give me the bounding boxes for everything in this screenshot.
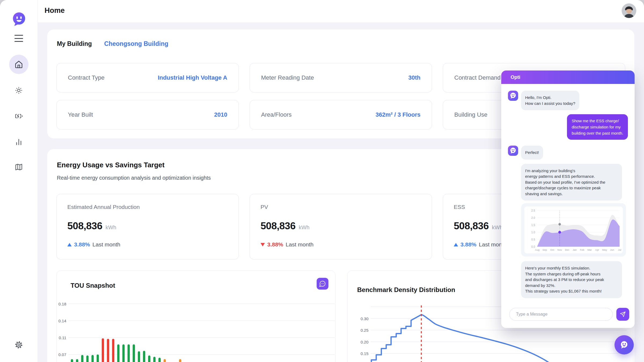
opti-avatar-icon: [508, 146, 518, 156]
energy-section-subtitle: Real-time energy consumption analysis an…: [57, 175, 211, 181]
svg-text:Mar: Mar: [587, 248, 592, 251]
gear-icon: [14, 341, 23, 349]
svg-text:0.25: 0.25: [361, 328, 368, 333]
info-label: Building Use: [454, 111, 488, 118]
tou-chart-title: TOU Snapshot: [71, 282, 115, 289]
info-card-area-floors: Area/Floors 362m² / 3 Floors: [250, 100, 432, 130]
sidebar-item-stats[interactable]: [9, 132, 28, 152]
info-value: 30th: [408, 74, 420, 81]
info-label: Area/Floors: [261, 111, 292, 118]
chat-message-user: Show me the ESS charge/ discharge simula…: [508, 114, 628, 140]
sidebar: [0, 0, 38, 362]
kpi-label: PV: [261, 204, 268, 210]
page-title: Home: [45, 6, 65, 15]
svg-text:Jan: Jan: [573, 248, 577, 251]
chat-message-bot: Hello, I'm Opti. How can I assist you to…: [508, 91, 628, 110]
svg-text:0.18: 0.18: [58, 302, 66, 306]
benchmark-chart-title: Benchmark Density Distribution: [357, 286, 455, 294]
home-icon: [14, 60, 23, 69]
ask-opti-button[interactable]: [317, 278, 328, 290]
svg-text:2.0: 2.0: [531, 216, 535, 219]
kpi-card-pv: PV 508,836kWh 3.88%Last month: [250, 194, 432, 260]
delta-arrow-icon: [67, 243, 72, 246]
sidebar-item-home[interactable]: [9, 55, 28, 74]
ess-simulation-chart-card: 2.52.01.51.00.50.0AugSepOctNovDecJanFebM…: [521, 203, 626, 257]
kpi-label: Estimated Annual Production: [67, 204, 140, 210]
info-card-year-built: Year Built 2010: [56, 100, 239, 130]
chat-bubble-text: Perfect!: [521, 146, 543, 160]
chat-input-row: [509, 308, 629, 321]
svg-text:0.5: 0.5: [531, 238, 535, 241]
kpi-unit: kWh: [105, 224, 116, 231]
info-value: Industrial High Voltage A: [158, 74, 227, 81]
user-avatar[interactable]: [622, 3, 636, 18]
kpi-delta-period: Last month: [93, 241, 120, 248]
info-value: 2010: [214, 111, 227, 118]
kpi-delta-pct: 3.88%: [267, 241, 283, 248]
kpi-unit: kWh: [299, 224, 309, 231]
kpi-label: ESS: [454, 204, 465, 210]
chat-bubble-text: I'm analyzing your building's energy pat…: [521, 164, 622, 201]
menu-toggle-icon[interactable]: [14, 35, 23, 42]
svg-text:2.5: 2.5: [531, 209, 535, 212]
topbar: Home: [38, 0, 644, 23]
opti-avatar-icon: [508, 91, 518, 101]
opti-chat-panel: Opti Hello, I'm Opti. How can I assist y…: [501, 71, 635, 328]
sidebar-item-map[interactable]: [9, 157, 28, 177]
chat-bubble-text: Show me the ESS charge/ discharge simula…: [567, 114, 628, 140]
kpi-value: 508,836: [261, 220, 295, 232]
kpi-delta-pct: 3.88%: [460, 241, 477, 248]
svg-text:Feb: Feb: [580, 248, 584, 251]
send-icon: [620, 311, 626, 317]
bar-chart-icon: [14, 138, 23, 146]
sidebar-item-solar[interactable]: [9, 81, 28, 100]
sidebar-item-settings[interactable]: [9, 335, 28, 354]
svg-text:0.30: 0.30: [361, 316, 368, 321]
svg-text:Sep: Sep: [542, 248, 547, 251]
delta-arrow-icon: [454, 243, 458, 246]
svg-text:Nov: Nov: [557, 248, 562, 251]
svg-text:0.20: 0.20: [361, 340, 368, 344]
sun-icon: [14, 86, 23, 95]
svg-text:Aug: Aug: [535, 248, 540, 251]
opti-logo-icon[interactable]: [11, 11, 27, 27]
tou-bar-chart: 0.180.140.110.07: [57, 297, 336, 362]
map-icon: [14, 163, 23, 171]
energy-section-title: Energy Usage vs Savings Target: [57, 161, 164, 169]
info-label: Year Built: [68, 111, 93, 118]
section-title-my-building: My Building: [57, 40, 92, 47]
tou-snapshot-card: TOU Snapshot 0.180.140.110.07: [56, 270, 335, 362]
chat-bubble-text: Here's your monthly ESS simulation. The …: [521, 261, 622, 298]
svg-text:May: May: [602, 248, 607, 251]
chat-smiley-icon: [619, 339, 630, 350]
kpi-value: 508,836: [67, 220, 102, 232]
info-card-meter-reading-date: Meter Reading Date 30th: [250, 63, 432, 93]
svg-text:Jun: Jun: [610, 248, 614, 251]
chat-bubble-text: Hello, I'm Opti. How can I assist you to…: [521, 91, 579, 110]
kpi-card-estimated-annual-production: Estimated Annual Production 508,836kWh 3…: [56, 194, 239, 260]
ess-simulation-area-chart: 2.52.01.51.00.50.0AugSepOctNovDecJanFebM…: [524, 206, 623, 253]
svg-text:Dec: Dec: [565, 248, 569, 251]
info-label: Contract Type: [68, 74, 105, 81]
chat-message-list: Hello, I'm Opti. How can I assist you to…: [501, 84, 635, 328]
send-message-button[interactable]: [616, 308, 629, 321]
svg-text:Jul: Jul: [618, 248, 621, 251]
delta-arrow-icon: [261, 243, 265, 246]
chat-message-bot: Perfect!: [508, 146, 628, 160]
svg-text:0.11: 0.11: [59, 335, 66, 340]
chat-header[interactable]: Opti: [501, 71, 635, 84]
app-window: Home My Building Cheongsong Building Con…: [0, 0, 644, 362]
svg-text:0.15: 0.15: [361, 351, 368, 356]
info-label: Meter Reading Date: [261, 74, 314, 81]
svg-text:0.0: 0.0: [531, 245, 535, 248]
chat-bubble-icon: [319, 280, 326, 287]
svg-text:0.14: 0.14: [58, 319, 66, 323]
chat-message-input[interactable]: [509, 308, 613, 321]
kpi-delta-pct: 3.88%: [74, 241, 90, 248]
info-value: 362m² / 3 Floors: [375, 111, 420, 118]
chat-title: Opti: [511, 75, 520, 80]
sidebar-item-battery[interactable]: [9, 106, 28, 126]
open-chat-fab[interactable]: [614, 335, 634, 354]
building-name-link[interactable]: Cheongsong Building: [104, 40, 168, 47]
battery-charging-icon: [14, 112, 23, 120]
